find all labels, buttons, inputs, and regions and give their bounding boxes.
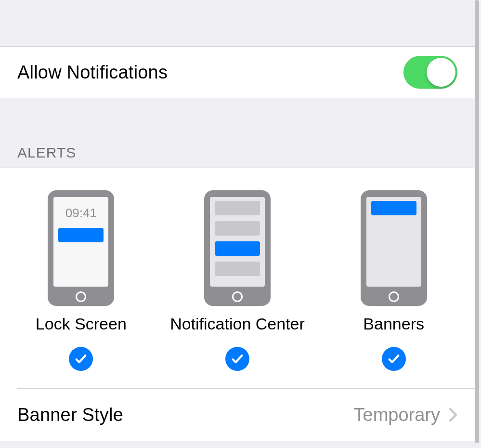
banner-style-value: Temporary <box>354 405 441 425</box>
settings-panel: Allow Notifications ALERTS 09:41 <box>0 0 481 448</box>
allow-notifications-label: Allow Notifications <box>17 62 403 83</box>
alert-option-label: Lock Screen <box>36 315 127 333</box>
checkmark-icon <box>382 347 406 371</box>
alerts-panel: 09:41 Lock Screen <box>0 168 475 441</box>
notification-bar-icon <box>58 228 104 242</box>
home-button-icon <box>76 291 86 302</box>
scrollbar[interactable] <box>475 0 479 443</box>
alert-options: 09:41 Lock Screen <box>0 168 475 388</box>
home-button-icon <box>389 291 399 302</box>
chevron-right-icon <box>449 408 457 422</box>
allow-notifications-row[interactable]: Allow Notifications <box>0 46 475 98</box>
notification-center-icon <box>204 190 271 306</box>
checkmark-icon <box>225 347 249 371</box>
spacer <box>0 0 475 46</box>
banner-style-label: Banner Style <box>17 405 354 425</box>
alert-option-banners[interactable]: Banners <box>315 190 472 371</box>
scroll-content: Allow Notifications ALERTS 09:41 <box>0 0 475 441</box>
banners-icon <box>361 190 427 306</box>
banner-style-row[interactable]: Banner Style Temporary <box>0 389 475 441</box>
alerts-section-header: ALERTS <box>0 98 475 168</box>
lock-screen-time: 09:41 <box>53 206 108 221</box>
allow-notifications-toggle[interactable] <box>403 56 457 89</box>
toggle-knob <box>427 58 455 87</box>
checkmark-icon <box>69 347 93 371</box>
alert-option-lock-screen[interactable]: 09:41 Lock Screen <box>3 190 159 371</box>
alert-option-label: Banners <box>363 315 424 333</box>
home-button-icon <box>232 291 243 302</box>
alert-option-label: Notification Center <box>170 315 305 333</box>
lock-screen-icon: 09:41 <box>48 190 114 306</box>
alert-option-notification-center[interactable]: Notification Center <box>159 190 316 371</box>
